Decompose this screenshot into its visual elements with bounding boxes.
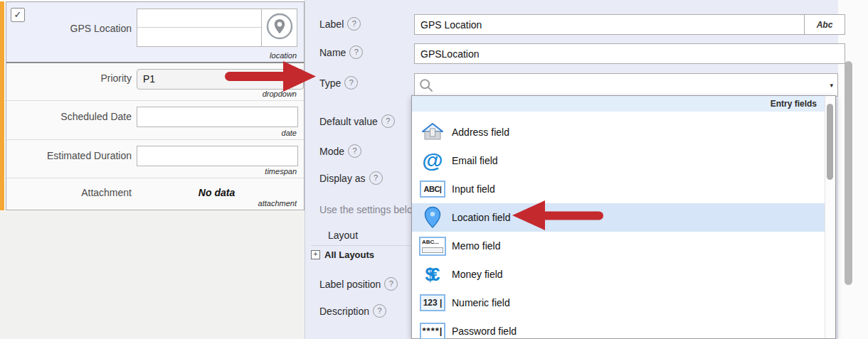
field-label: Attachment <box>9 187 132 198</box>
type-option-label: Address field <box>452 127 509 138</box>
label-text: Mode <box>319 146 344 157</box>
label-text: Type <box>319 77 341 89</box>
type-option-label: Location field <box>452 212 511 223</box>
mode-property-label: Mode ? <box>319 144 361 158</box>
type-option-password-field[interactable]: ****| Password field <box>412 317 835 339</box>
input-field-icon: ABC| <box>419 181 446 198</box>
help-icon[interactable]: ? <box>369 171 383 185</box>
layout-heading: Layout <box>328 230 358 241</box>
field-type-tag: attachment <box>258 199 297 208</box>
help-icon[interactable]: ? <box>373 304 386 318</box>
numeric-field-icon: 123 | <box>419 294 446 311</box>
label-position-property-label: Label position ? <box>319 277 398 291</box>
type-property-label: Type ? <box>319 76 358 90</box>
type-option-label: Memo field <box>452 240 500 252</box>
type-option-address-field[interactable]: Address field <box>412 118 835 146</box>
expand-plus-icon[interactable]: + <box>311 250 320 259</box>
form-preview-panel: ✓ GPS Location location Priority P1 drop… <box>6 1 305 210</box>
type-option-label: Password field <box>452 325 517 337</box>
all-layouts-label: All Layouts <box>324 249 374 260</box>
type-search-combobox[interactable]: ▾ <box>414 73 838 97</box>
money-field-icon: $€ <box>419 265 446 284</box>
field-type-tag: location <box>270 51 297 60</box>
label-text: Label <box>319 18 344 30</box>
memo-line <box>422 247 443 253</box>
help-icon[interactable]: ? <box>347 17 361 31</box>
label-text: Description <box>319 306 369 317</box>
email-field-icon: @ <box>419 150 446 171</box>
estimated-duration-input[interactable] <box>137 146 298 166</box>
label-text: Label position <box>319 279 381 290</box>
gps-latitude-input[interactable] <box>137 9 263 28</box>
gps-locate-button[interactable] <box>261 9 297 47</box>
label-text: Default value <box>319 116 378 127</box>
address-field-icon <box>419 122 446 142</box>
location-pin-icon <box>265 11 294 44</box>
memo-field-icon: ABC... <box>419 237 446 256</box>
field-checkbox[interactable]: ✓ <box>11 8 25 22</box>
label-property-label: Label ? <box>319 17 361 31</box>
gps-coordinates-input[interactable] <box>137 9 263 47</box>
type-option-input-field[interactable]: ABC| Input field <box>412 175 835 203</box>
field-row-attachment[interactable]: Attachment No data attachment <box>6 178 304 210</box>
priority-dropdown[interactable]: P1 <box>137 69 304 90</box>
canvas-background <box>0 211 305 339</box>
type-option-label: Input field <box>452 183 495 195</box>
scheduled-date-input[interactable] <box>137 107 298 127</box>
display-as-property-label: Display as ? <box>319 171 383 185</box>
name-property-label: Name ? <box>319 45 363 59</box>
field-label: Estimated Duration <box>9 150 132 161</box>
help-icon[interactable]: ? <box>348 144 361 158</box>
selection-accent-bar <box>0 1 4 210</box>
description-property-label: Description ? <box>319 304 386 318</box>
label-text: Name <box>319 47 346 58</box>
help-icon[interactable]: ? <box>381 114 395 128</box>
type-option-label: Email field <box>452 155 498 166</box>
location-field-icon <box>419 206 446 229</box>
field-type-tag: date <box>282 129 297 137</box>
field-row-priority[interactable]: Priority P1 dropdown <box>6 63 304 100</box>
dropdown-group-header: Entry fields <box>412 96 835 112</box>
field-label: Priority <box>9 72 132 84</box>
chevron-down-icon[interactable]: ▾ <box>830 82 833 89</box>
label-input[interactable]: GPS Location <box>414 14 817 35</box>
field-type-tag: dropdown <box>263 90 297 98</box>
search-icon <box>419 78 433 92</box>
password-field-icon: ****| <box>419 323 446 339</box>
field-row-estimated-duration[interactable]: Estimated Duration timespan <box>6 139 304 178</box>
type-option-money-field[interactable]: $€ Money field <box>412 260 835 289</box>
help-icon[interactable]: ? <box>384 277 398 291</box>
field-row-scheduled-date[interactable]: Scheduled Date date <box>6 100 304 139</box>
help-icon[interactable]: ? <box>344 76 358 90</box>
help-icon[interactable]: ? <box>349 45 363 59</box>
default-value-property-label: Default value ? <box>319 114 395 128</box>
text-type-badge: Abc <box>804 14 845 35</box>
type-option-memo-field[interactable]: ABC... Memo field <box>412 232 835 260</box>
field-label: GPS Location <box>9 23 132 34</box>
type-option-numeric-field[interactable]: 123 | Numeric field <box>412 289 835 317</box>
field-row-gps-location[interactable]: ✓ GPS Location location <box>6 2 304 62</box>
attachment-empty-value: No data <box>137 187 297 198</box>
type-option-location-field[interactable]: Location field <box>412 203 835 232</box>
dropdown-scrollbar[interactable] <box>825 96 835 338</box>
type-option-email-field[interactable]: @ Email field <box>412 146 835 175</box>
type-option-label: Numeric field <box>452 297 510 308</box>
field-label: Scheduled Date <box>9 111 132 122</box>
field-type-tag: timespan <box>265 167 297 176</box>
all-layouts-expander[interactable]: + All Layouts <box>311 245 411 260</box>
type-option-label: Money field <box>452 269 503 280</box>
settings-note: Use the settings below <box>319 204 413 215</box>
name-input[interactable]: GPSLocation <box>414 43 845 64</box>
dropdown-scrollbar-thumb[interactable] <box>827 104 833 180</box>
type-dropdown-list: Entry fields Address field @ Email field… <box>411 95 836 339</box>
panel-scrollbar-thumb[interactable] <box>845 61 852 285</box>
label-text: Display as <box>319 173 366 184</box>
gps-longitude-input[interactable] <box>137 28 263 45</box>
dropdown-items: Address field @ Email field ABC| Input f… <box>412 112 835 339</box>
